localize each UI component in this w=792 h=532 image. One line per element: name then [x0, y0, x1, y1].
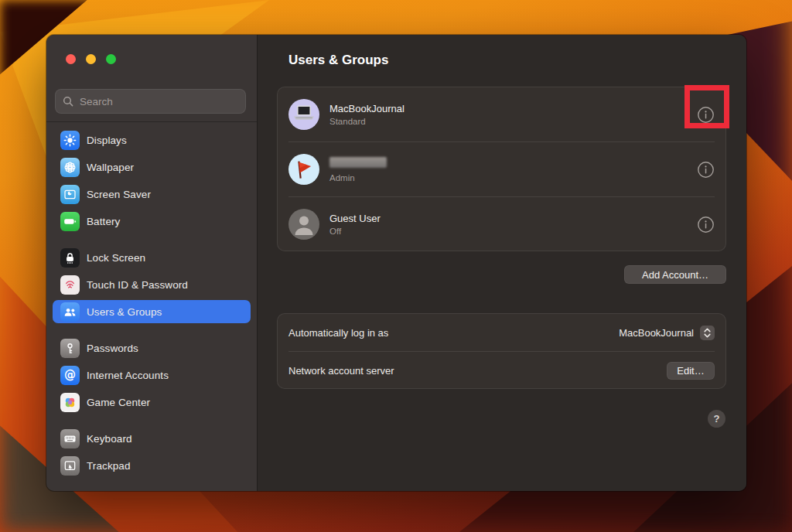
sidebar-item-passwords[interactable]: Passwords	[53, 336, 251, 360]
sidebar-item-screen-saver[interactable]: Screen Saver	[53, 182, 251, 206]
close-button[interactable]	[66, 54, 76, 64]
system-settings-window: Displays Wallpaper	[46, 35, 746, 491]
sidebar: Displays Wallpaper	[46, 35, 258, 491]
key-icon	[60, 339, 80, 358]
help-button[interactable]: ?	[708, 410, 725, 428]
page-title: Users & Groups	[288, 53, 388, 68]
user-role: Off	[329, 227, 381, 236]
user-row-guest[interactable]: Guest User Off	[278, 197, 725, 251]
trackpad-icon	[60, 456, 80, 476]
user-role: Standard	[329, 117, 405, 126]
sidebar-item-label: Keyboard	[87, 433, 132, 445]
sidebar-item-label: Wallpaper	[87, 162, 134, 173]
sidebar-item-displays[interactable]: Displays	[53, 128, 251, 152]
minimize-button[interactable]	[86, 54, 96, 64]
network-server-row: Network account server Edit…	[278, 352, 725, 389]
info-button[interactable]	[697, 161, 715, 179]
sidebar-item-label: Battery	[87, 216, 120, 227]
fingerprint-icon	[60, 275, 80, 295]
auto-login-select[interactable]	[700, 326, 715, 340]
sidebar-divider	[46, 121, 257, 122]
sidebar-item-keyboard[interactable]: Keyboard	[53, 427, 251, 450]
user-row-macbookjournal[interactable]: MacBookJournal Standard	[278, 87, 725, 142]
sidebar-item-game-center[interactable]: Game Center	[53, 390, 251, 414]
sidebar-item-wallpaper[interactable]: Wallpaper	[53, 155, 251, 179]
lock-icon	[60, 248, 80, 268]
sidebar-item-label: Game Center	[87, 397, 150, 408]
displays-icon	[60, 131, 80, 150]
users-groups-icon	[60, 302, 80, 322]
at-sign-icon: @	[60, 366, 80, 385]
auto-login-row: Automatically log in as MacBookJournal	[278, 314, 725, 351]
auto-login-value: MacBookJournal	[619, 327, 694, 339]
sidebar-item-label: Touch ID & Password	[87, 279, 188, 291]
main-pane: Users & Groups MacBookJournal Standard	[258, 35, 746, 491]
user-row-admin[interactable]: Admin	[278, 142, 725, 196]
annotation-highlight-box	[684, 85, 729, 128]
users-list-card: MacBookJournal Standard	[277, 87, 726, 251]
chevron-up-down-icon	[702, 327, 712, 339]
user-name: Guest User	[329, 213, 381, 224]
network-server-label: Network account server	[288, 365, 394, 377]
info-icon	[697, 161, 715, 179]
wallpaper-icon	[60, 158, 80, 177]
game-center-icon	[60, 393, 80, 412]
search-input[interactable]	[78, 95, 238, 108]
sidebar-item-label: Lock Screen	[87, 252, 145, 264]
screen-saver-icon	[60, 185, 80, 204]
search-icon	[63, 96, 73, 107]
search-field[interactable]	[55, 89, 246, 114]
sidebar-nav: Displays Wallpaper	[53, 128, 251, 490]
sidebar-item-label: Users & Groups	[87, 306, 162, 318]
sidebar-item-label: Internet Accounts	[87, 370, 169, 381]
user-role: Admin	[329, 173, 387, 182]
sidebar-item-label: Displays	[87, 135, 127, 146]
sidebar-item-label: Passwords	[87, 343, 138, 354]
redacted-name	[329, 157, 387, 168]
auto-login-label: Automatically log in as	[288, 327, 388, 339]
sidebar-item-trackpad[interactable]: Trackpad	[53, 454, 251, 477]
sidebar-item-label: Screen Saver	[87, 189, 151, 200]
sidebar-item-lock-screen[interactable]: Lock Screen	[53, 246, 251, 269]
keyboard-icon	[60, 429, 80, 448]
flag-avatar	[288, 154, 319, 185]
edit-button[interactable]: Edit…	[667, 362, 715, 380]
sidebar-item-internet-accounts[interactable]: @ Internet Accounts	[53, 363, 251, 387]
zoom-button[interactable]	[106, 54, 116, 64]
info-icon	[697, 216, 715, 234]
traffic-lights	[66, 54, 116, 64]
person-avatar	[288, 209, 319, 240]
user-name: MacBookJournal	[329, 103, 405, 114]
sidebar-item-touch-id[interactable]: Touch ID & Password	[53, 273, 251, 296]
battery-icon	[60, 212, 80, 231]
sidebar-item-battery[interactable]: Battery	[53, 210, 251, 233]
login-settings-card: Automatically log in as MacBookJournal N…	[277, 313, 726, 389]
info-button[interactable]	[697, 216, 715, 234]
sidebar-item-label: Trackpad	[87, 460, 131, 472]
sidebar-item-users-groups[interactable]: Users & Groups	[53, 300, 251, 323]
laptop-avatar	[288, 99, 319, 130]
add-account-button[interactable]: Add Account…	[624, 265, 726, 284]
